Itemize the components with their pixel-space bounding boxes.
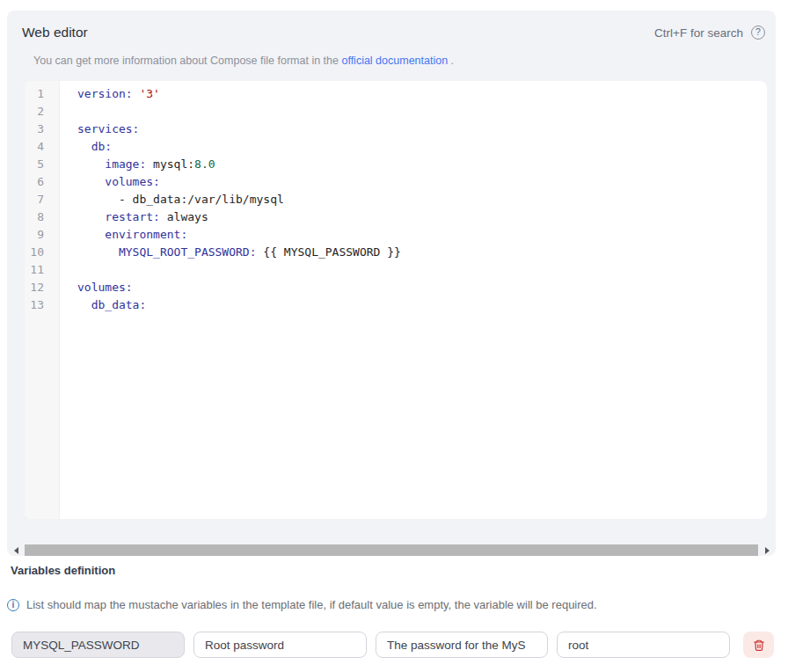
line-number: 3 bbox=[25, 121, 59, 138]
code-line bbox=[77, 103, 401, 121]
subtitle-text: You can get more information about Compo… bbox=[33, 55, 341, 67]
trash-icon bbox=[753, 639, 765, 652]
line-number: 1 bbox=[25, 85, 59, 103]
code-line: image: mysql:8.0 bbox=[77, 156, 401, 173]
line-number: 8 bbox=[25, 208, 59, 226]
scrollbar-left-arrow[interactable] bbox=[10, 544, 22, 556]
code-line: restart: always bbox=[77, 208, 401, 226]
line-number: 11 bbox=[25, 261, 59, 279]
right-triangle-icon bbox=[765, 547, 770, 554]
code-line: environment: bbox=[77, 226, 401, 244]
variable-description-input[interactable] bbox=[376, 632, 548, 658]
code-line bbox=[77, 261, 401, 279]
code-line: volumes: bbox=[77, 279, 401, 296]
editor-code[interactable]: version: '3' services: db: image: mysql:… bbox=[60, 81, 401, 519]
line-number: 12 bbox=[25, 279, 59, 296]
line-number: 9 bbox=[25, 226, 59, 244]
line-number: 4 bbox=[25, 138, 59, 156]
line-number: 6 bbox=[25, 173, 59, 191]
variable-default-input[interactable] bbox=[557, 632, 730, 658]
variable-name-input[interactable] bbox=[11, 632, 185, 658]
documentation-link[interactable]: official documentation bbox=[341, 55, 448, 67]
code-editor[interactable]: 12345678910111213 version: '3' services:… bbox=[25, 81, 767, 519]
variables-definition-heading: Variables definition bbox=[11, 564, 115, 577]
variable-label-input[interactable] bbox=[193, 632, 367, 658]
code-line: - db_data:/var/lib/mysql bbox=[77, 191, 401, 208]
subtitle: You can get more information about Compo… bbox=[33, 55, 454, 67]
variables-info-text: List should map the mustache variables i… bbox=[26, 598, 597, 611]
editor-gutter: 12345678910111213 bbox=[25, 81, 60, 519]
left-triangle-icon bbox=[14, 547, 18, 554]
code-line: volumes: bbox=[77, 173, 401, 191]
info-icon: i bbox=[7, 599, 19, 611]
search-hint: Ctrl+F for search ? bbox=[654, 26, 765, 40]
code-line: db: bbox=[77, 138, 401, 156]
scrollbar-thumb[interactable] bbox=[25, 544, 758, 556]
line-number: 2 bbox=[25, 103, 59, 121]
code-line: MYSQL_ROOT_PASSWORD: {{ MYSQL_PASSWORD }… bbox=[77, 244, 401, 261]
panel-header: Web editor Ctrl+F for search ? bbox=[22, 25, 765, 40]
line-number: 7 bbox=[25, 191, 59, 208]
code-line: version: '3' bbox=[77, 85, 401, 103]
scrollbar-right-arrow[interactable] bbox=[761, 544, 773, 556]
panel-title: Web editor bbox=[22, 25, 88, 40]
line-number: 10 bbox=[25, 244, 59, 261]
variables-info: i List should map the mustache variables… bbox=[7, 598, 597, 611]
code-line: services: bbox=[77, 121, 401, 138]
web-editor-panel: Web editor Ctrl+F for search ? You can g… bbox=[7, 11, 776, 556]
search-hint-label: Ctrl+F for search bbox=[654, 26, 743, 40]
line-number: 5 bbox=[25, 156, 59, 173]
subtitle-suffix: . bbox=[448, 55, 454, 67]
code-line: db_data: bbox=[77, 296, 401, 314]
delete-variable-button[interactable] bbox=[743, 632, 774, 658]
help-icon[interactable]: ? bbox=[751, 26, 765, 40]
line-number: 13 bbox=[25, 296, 59, 314]
